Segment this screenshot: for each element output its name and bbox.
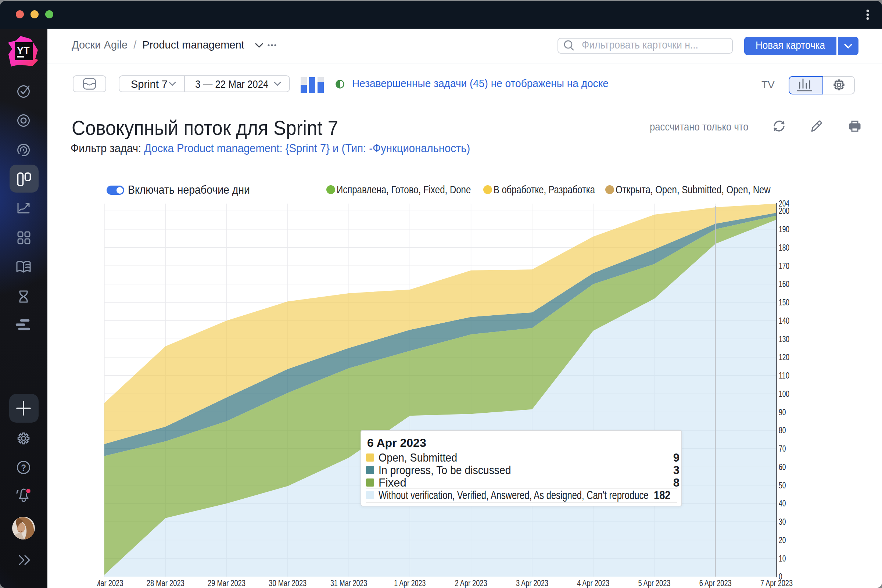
svg-text:4 Apr 2023: 4 Apr 2023	[577, 579, 609, 588]
svg-text:20: 20	[779, 536, 786, 545]
svg-text:100: 100	[779, 389, 789, 399]
svg-text:3 Apr 2023: 3 Apr 2023	[516, 579, 548, 588]
svg-text:1 Apr 2023: 1 Apr 2023	[394, 579, 426, 588]
svg-text:2 Apr 2023: 2 Apr 2023	[455, 579, 487, 588]
svg-text:27 Mar 2023: 27 Mar 2023	[98, 579, 123, 588]
svg-text:200: 200	[779, 206, 789, 216]
svg-text:110: 110	[779, 371, 789, 380]
svg-text:90: 90	[779, 408, 786, 417]
svg-text:70: 70	[779, 444, 786, 453]
svg-text:30: 30	[779, 517, 786, 526]
svg-text:150: 150	[779, 298, 789, 307]
svg-text:50: 50	[779, 481, 786, 490]
svg-text:6 Apr 2023: 6 Apr 2023	[699, 579, 732, 588]
svg-text:?: ?	[21, 463, 26, 472]
svg-text:120: 120	[779, 352, 789, 362]
svg-text:180: 180	[779, 243, 789, 252]
svg-text:10: 10	[779, 554, 786, 563]
svg-text:80: 80	[779, 426, 786, 435]
svg-text:160: 160	[779, 279, 789, 289]
svg-text:YT: YT	[17, 45, 30, 56]
svg-text:7 Apr 2023: 7 Apr 2023	[760, 579, 793, 588]
svg-text:140: 140	[779, 316, 789, 326]
svg-text:60: 60	[779, 462, 786, 472]
svg-text:31 Mar 2023: 31 Mar 2023	[330, 579, 367, 588]
svg-text:30 Mar 2023: 30 Mar 2023	[268, 579, 306, 588]
svg-text:170: 170	[779, 261, 789, 271]
svg-text:130: 130	[779, 334, 789, 344]
svg-text:190: 190	[779, 225, 789, 234]
svg-text:28 Mar 2023: 28 Mar 2023	[147, 579, 184, 588]
svg-text:29 Mar 2023: 29 Mar 2023	[208, 579, 246, 588]
svg-text:5 Apr 2023: 5 Apr 2023	[638, 579, 670, 588]
svg-text:40: 40	[779, 499, 786, 508]
